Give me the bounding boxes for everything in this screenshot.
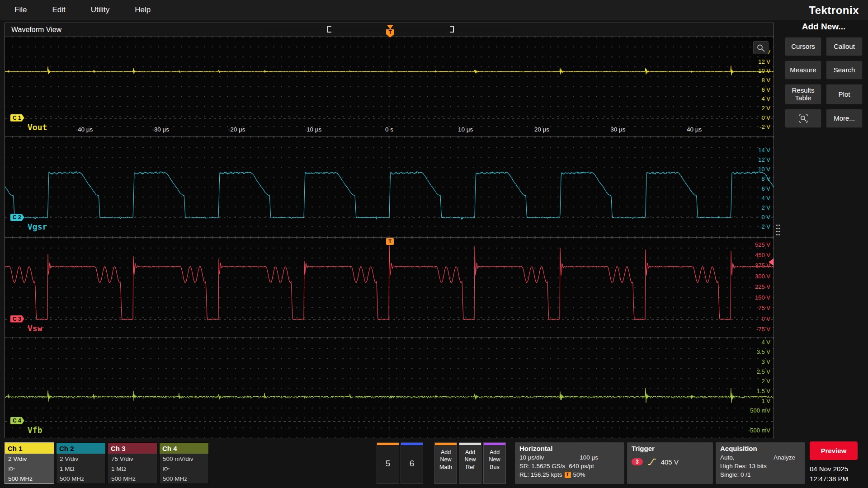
channel-button-5[interactable]: 5 [377,442,399,484]
waveform-slice-vsw[interactable]: 525 V450 V375 V300 V225 V150 V75 V0 V-75… [5,238,774,338]
waveform-slice-vout[interactable]: 14 V12 V10 V8 V6 V4 V2 V0 V-2 VC 1Vout-4… [5,37,774,137]
scale-label: 8 V [739,175,770,183]
channel-tile-ch1[interactable]: Ch 12 V/div500 MHz [5,442,54,484]
channel-tile-ch2[interactable]: Ch 22 V/div1 MΩ500 MHz [56,442,106,484]
channel-tile-header: Ch 4 [160,443,208,454]
add-new-plot-button[interactable]: Plot [826,84,863,104]
channel-name-label: Vfb [28,425,42,435]
add-new-math-button[interactable]: AddNewMath [434,442,457,484]
add-button-label: AddNewMath [435,449,457,471]
menu-file[interactable]: File [14,5,27,14]
waveform-view-title: Waveform View [11,26,61,34]
horizontal-settings-tile[interactable]: Horizontal 10 µs/div 100 µs SR: 1.5625 G… [515,442,624,484]
horizontal-window: 100 µs [580,454,598,461]
time-axis-label: -30 µs [148,126,173,133]
time-axis-label: -40 µs [71,126,97,133]
channel-tile-header: Ch 2 [57,443,105,454]
add-new-sidebar: Add New... CursorsCalloutMeasureSearchRe… [785,22,863,128]
waveform-slice-vfb[interactable]: 4 V3.5 V3 V2.5 V2 V1.5 V1 V500 mV-500 mV… [5,338,774,438]
scale-label: 0 V [739,114,770,122]
channel-badge-vout[interactable]: C 1 [10,114,24,122]
channel-button-6[interactable]: 6 [401,442,423,484]
scale-label: 2.5 V [739,368,770,375]
scale-label: -2 V [739,223,770,230]
time-axis-label: -20 µs [224,126,250,133]
trigger-level: 405 V [661,458,679,466]
acquisition-settings-tile[interactable]: Acquisition Auto, Analyze High Res: 13 b… [716,442,805,484]
add-new-cursors-button[interactable]: Cursors [785,37,821,56]
scale-label: 0 V [739,214,770,221]
scale-label: 12 V [739,156,770,164]
add-new-search-button[interactable]: Search [826,61,863,80]
zoom-bracket-left[interactable] [327,26,331,33]
trigger-level-marker[interactable] [769,258,774,266]
waveform-slices: 14 V12 V10 V8 V6 V4 V2 V0 V-2 VC 1Vout-4… [5,37,774,438]
trigger-marker-ch3[interactable]: T [386,238,394,245]
channel-bandwidth: 500 MHz [108,474,157,483]
add-new-callout-button[interactable]: Callout [826,37,863,56]
waveform-slice-vgsr[interactable]: 14 V12 V10 V8 V6 V4 V2 V0 V-2 VC 2Vgsr [5,137,774,237]
menu-bar: File Edit Utility Help Tektronix [0,0,868,20]
add-new-ref-button[interactable]: AddNewRef [459,442,481,484]
trigger-source-badge: 3 [632,458,643,465]
channel-tile-ch3[interactable]: Ch 375 V/div1 MΩ500 MHz [108,442,157,484]
channel-tile-header: Ch 3 [108,443,157,454]
add-new-results-table-button[interactable]: Results Table [785,84,821,104]
scale-label: 2 V [739,105,770,112]
channel-name-label: Vsw [28,324,42,333]
probe-icon [163,466,170,472]
scale-label: 4 V [739,95,770,103]
menu-edit[interactable]: Edit [52,5,65,14]
scale-label: 10 V [739,67,770,75]
add-new-measure-button[interactable]: Measure [785,61,821,80]
scale-label: 75 V [739,305,770,312]
waveform-view-panel: Waveform View T T 14 V12 V10 V8 V6 V4 V2… [5,23,774,438]
oscilloscope-screen: { "menubar": { "items": [ {"label": "Fil… [0,0,868,488]
trigger-settings-tile[interactable]: Trigger 3 405 V [627,442,713,484]
scale-label: 8 V [739,77,770,84]
scale-label: 4 V [739,339,770,346]
acquisition-analyze: Analyze [774,454,795,461]
add-button-label-line: Add [435,449,457,456]
channel-scale: 2 V/div [5,454,54,464]
add-new-grid: CursorsCalloutMeasureSearchResults Table… [785,37,863,128]
scale-label: 525 V [739,241,770,249]
zoom-bracket-right[interactable] [450,26,454,33]
scale-label: 6 V [739,86,770,94]
trigger-position-icon: T [565,472,571,478]
channel-bandwidth: 500 MHz [5,474,54,483]
add-button-label-line: New [459,456,481,463]
zoom-select-glyph [798,113,809,124]
time-axis-label: 10 µs [453,126,478,133]
add-button-label-line: Add [484,449,505,456]
menu-utility[interactable]: Utility [91,5,110,14]
preview-button[interactable]: Preview [810,441,858,460]
date-label: 04 Nov 2025 [810,464,848,474]
scale-label: 3 V [739,358,770,366]
zoom-icon[interactable] [753,41,769,54]
time-axis-label: 0 s [377,126,402,133]
time-axis-label: 20 µs [529,126,554,133]
acquisition-resolution: High Res: 13 bits [720,463,801,469]
acquisition-single: Single: 0 /1 [720,471,801,478]
add-new-bus-button[interactable]: AddNewBus [483,442,506,484]
channel-badge-vfb[interactable]: C 4 [10,417,24,424]
trigger-position-triangle[interactable] [387,25,393,29]
zoom-select-icon[interactable] [785,109,821,128]
channel-bandwidth: 500 MHz [57,474,105,483]
channel-scale: 75 V/div [108,454,157,464]
time-axis-label: 30 µs [605,126,631,133]
channel-badge-vgsr[interactable]: C 2 [10,214,24,221]
channel-scale: 2 V/div [57,454,105,464]
horizontal-sample-rate: SR: 1.5625 GS/s [519,463,565,469]
add-button-label: AddNewRef [459,449,481,471]
scale-label: 4 V [739,195,770,202]
scale-label: 500 mV [739,407,770,414]
add-button-label-line: Ref [459,464,481,471]
channel-tile-ch4[interactable]: Ch 4500 mV/div500 MHz [159,442,209,484]
add-new-more-button[interactable]: More... [826,109,863,128]
menu-help[interactable]: Help [135,5,151,14]
panel-resize-handle[interactable] [776,224,780,236]
channel-badge-vsw[interactable]: C 3 [10,315,24,323]
horizontal-record-length: RL: 156.25 kpts [519,471,562,478]
